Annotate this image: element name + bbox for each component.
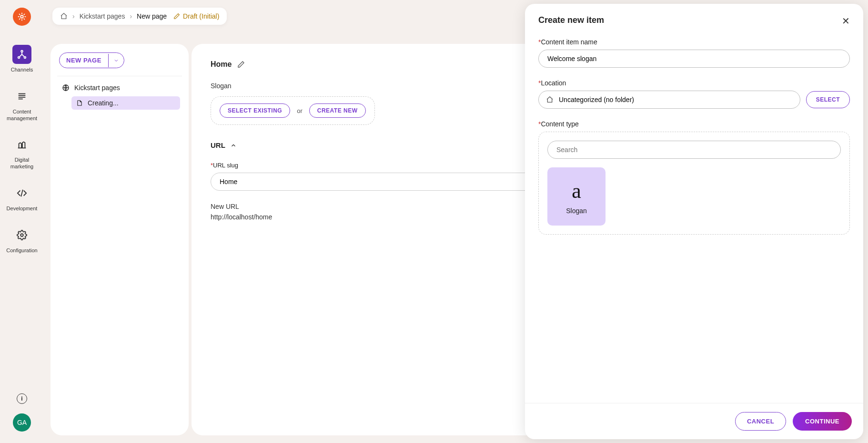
or-text: or xyxy=(297,107,303,114)
crumb-separator: › xyxy=(130,12,132,20)
crumb-level1[interactable]: Kickstart pages xyxy=(80,12,125,20)
chevron-down-icon[interactable] xyxy=(108,54,124,67)
edit-icon[interactable] xyxy=(237,61,245,68)
brand-logo[interactable] xyxy=(13,8,31,26)
text-icon: a xyxy=(572,179,581,203)
close-icon[interactable]: ✕ xyxy=(842,15,850,27)
content-type-card-slogan[interactable]: a Slogan xyxy=(547,167,606,226)
svg-line-5 xyxy=(19,14,20,15)
crumb-status: Draft (Initial) xyxy=(173,12,219,20)
nav-content-management[interactable]: Content management xyxy=(3,87,41,122)
url-title: URL xyxy=(211,141,225,149)
crumb-separator: › xyxy=(72,12,75,20)
crumb-current: New page xyxy=(137,12,167,20)
house-icon xyxy=(546,96,554,103)
left-nav: Channels Content management Digital mark… xyxy=(0,0,44,443)
create-item-modal: Create new item ✕ *Content item name *Lo… xyxy=(525,4,863,439)
content-type-label: *Content type xyxy=(538,120,850,128)
marketing-icon xyxy=(12,135,31,154)
page-icon xyxy=(76,100,83,106)
name-label: *Content item name xyxy=(538,38,850,46)
globe-icon xyxy=(62,84,70,92)
chevron-up-icon xyxy=(230,142,237,149)
cancel-button[interactable]: CANCEL xyxy=(735,412,786,431)
create-new-button[interactable]: CREATE NEW xyxy=(309,103,366,118)
select-existing-button[interactable]: SELECT EXISTING xyxy=(220,103,290,118)
nav-channels[interactable]: Channels xyxy=(3,45,41,73)
tree-root-label: Kickstart pages xyxy=(74,84,120,92)
content-type-search[interactable] xyxy=(547,141,841,159)
page-title: Home xyxy=(211,60,232,69)
status-text: Draft (Initial) xyxy=(183,12,219,20)
tree-child-label: Creating... xyxy=(88,99,119,107)
svg-point-17 xyxy=(20,234,23,237)
svg-point-9 xyxy=(21,51,23,52)
svg-line-6 xyxy=(24,19,25,20)
content-type-box: a Slogan xyxy=(538,132,850,235)
modal-footer: CANCEL CONTINUE xyxy=(525,403,863,439)
modal-title: Create new item xyxy=(538,15,604,25)
location-input[interactable] xyxy=(538,91,800,109)
nav-configuration[interactable]: Configuration xyxy=(3,226,41,254)
svg-line-7 xyxy=(19,19,20,20)
nav-label: Channels xyxy=(11,67,33,73)
pencil-icon xyxy=(173,13,180,20)
divider xyxy=(57,76,182,76)
svg-point-11 xyxy=(24,57,26,59)
svg-point-10 xyxy=(18,57,20,59)
tree-root[interactable]: Kickstart pages xyxy=(59,82,180,93)
tree-child[interactable]: Creating... xyxy=(71,96,180,110)
content-icon xyxy=(12,87,31,106)
nav-label: Digital marketing xyxy=(3,157,41,170)
new-page-label: NEW PAGE xyxy=(60,53,108,68)
breadcrumb: › Kickstart pages › New page Draft (Init… xyxy=(52,8,227,25)
gear-icon xyxy=(12,226,31,245)
code-icon xyxy=(12,184,31,203)
select-location-button[interactable]: SELECT xyxy=(806,91,850,108)
tree-panel: NEW PAGE Kickstart pages Creating... xyxy=(50,44,189,435)
svg-line-16 xyxy=(21,189,23,196)
info-icon[interactable]: i xyxy=(17,393,27,404)
nav-development[interactable]: Development xyxy=(3,184,41,212)
nav-label: Development xyxy=(7,206,38,212)
svg-point-0 xyxy=(20,15,23,18)
content-name-input[interactable] xyxy=(538,50,850,68)
channels-icon xyxy=(12,45,31,64)
home-icon[interactable] xyxy=(60,12,68,20)
continue-button[interactable]: CONTINUE xyxy=(793,412,852,431)
new-page-button[interactable]: NEW PAGE xyxy=(59,52,124,68)
nav-label: Content management xyxy=(3,109,41,122)
svg-line-8 xyxy=(24,14,25,15)
location-label: *Location xyxy=(538,79,850,87)
slogan-selector: SELECT EXISTING or CREATE NEW xyxy=(211,96,375,125)
content-type-label-text: Slogan xyxy=(566,207,587,215)
avatar[interactable]: GA xyxy=(13,413,31,432)
nav-digital-marketing[interactable]: Digital marketing xyxy=(3,135,41,170)
url-slug-label-text: URL slug xyxy=(213,162,238,169)
nav-label: Configuration xyxy=(6,247,37,254)
